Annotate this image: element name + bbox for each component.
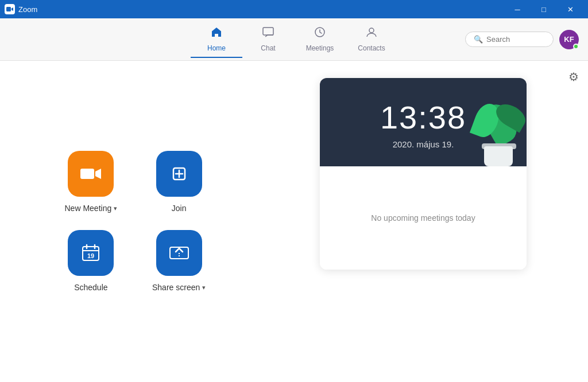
- tab-contacts-label: Contacts: [358, 44, 385, 52]
- tab-home-label: Home: [207, 44, 226, 52]
- close-button[interactable]: ✕: [557, 0, 583, 18]
- chat-icon: [262, 26, 274, 42]
- schedule-label: Schedule: [74, 283, 107, 292]
- nav-right: 🔍 KF: [465, 30, 579, 49]
- share-screen-label: Share screen ▾: [152, 283, 206, 292]
- svg-rect-1: [263, 28, 273, 35]
- new-meeting-button[interactable]: [68, 151, 114, 197]
- tab-chat[interactable]: Chat: [242, 21, 294, 58]
- left-panel: New Meeting ▾ Join: [0, 61, 270, 382]
- share-screen-item: Share screen ▾: [152, 230, 206, 292]
- search-icon: 🔍: [474, 35, 483, 44]
- tab-contacts[interactable]: Contacts: [346, 21, 397, 58]
- tab-meetings[interactable]: Meetings: [294, 21, 346, 58]
- pot: [484, 146, 513, 166]
- tab-meetings-label: Meetings: [306, 44, 334, 52]
- right-panel: 13:38 2020. május 19. No upcoming meetin…: [270, 61, 588, 382]
- window-controls: ─ □ ✕: [504, 0, 583, 18]
- join-button[interactable]: [156, 151, 202, 197]
- search-box[interactable]: 🔍: [465, 32, 554, 47]
- titlebar-left: Zoom: [5, 4, 37, 14]
- maximize-button[interactable]: □: [531, 0, 557, 18]
- no-meetings-text: No upcoming meetings today: [371, 213, 475, 223]
- svg-text:19: 19: [87, 252, 94, 259]
- navbar: Home Chat Meetings: [0, 18, 588, 61]
- meetings-section: No upcoming meetings today: [320, 166, 527, 270]
- meetings-icon: [314, 26, 326, 42]
- tab-chat-label: Chat: [261, 44, 275, 52]
- new-meeting-item: New Meeting ▾: [64, 151, 118, 213]
- action-grid: New Meeting ▾ Join: [53, 139, 218, 303]
- main-content: ⚙ New Meeting ▾: [0, 61, 588, 382]
- join-label: Join: [172, 204, 187, 213]
- online-indicator: [573, 44, 579, 49]
- search-input[interactable]: [486, 35, 544, 44]
- new-meeting-label: New Meeting ▾: [65, 204, 118, 213]
- svg-point-3: [369, 28, 374, 33]
- svg-rect-4: [80, 169, 94, 179]
- clock-time: 13:38: [331, 99, 515, 136]
- nav-tabs: Home Chat Meetings: [191, 21, 397, 58]
- new-meeting-chevron: ▾: [114, 205, 117, 212]
- clock-section: 13:38 2020. május 19.: [320, 78, 527, 166]
- join-item: Join: [152, 151, 206, 213]
- contacts-icon: [365, 26, 378, 42]
- zoom-logo-icon: [5, 4, 15, 14]
- schedule-button[interactable]: 19: [68, 230, 114, 276]
- home-icon: [210, 26, 223, 42]
- avatar[interactable]: KF: [559, 30, 579, 49]
- avatar-initials: KF: [564, 35, 574, 44]
- titlebar: Zoom ─ □ ✕: [0, 0, 588, 18]
- tab-home[interactable]: Home: [191, 21, 242, 58]
- settings-gear-icon[interactable]: ⚙: [568, 70, 579, 84]
- schedule-item: 19 Schedule: [64, 230, 118, 292]
- share-screen-chevron: ▾: [202, 284, 206, 291]
- share-screen-button[interactable]: [156, 230, 202, 276]
- app-title: Zoom: [18, 5, 37, 14]
- clock-date: 2020. május 19.: [331, 139, 515, 149]
- minimize-button[interactable]: ─: [504, 0, 531, 18]
- calendar-widget: 13:38 2020. május 19. No upcoming meetin…: [320, 78, 527, 270]
